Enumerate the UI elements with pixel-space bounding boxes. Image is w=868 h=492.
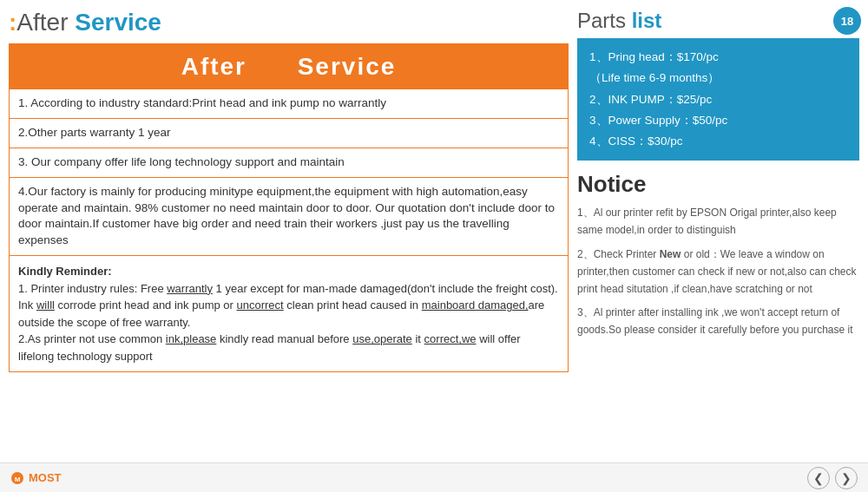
parts-list: 1、Pring head：$170/pc （Life time 6-9 mont… bbox=[577, 38, 859, 161]
main-title: :After Service bbox=[9, 9, 569, 36]
nav-arrows: ❮ ❯ bbox=[807, 467, 858, 489]
logo: M MOST bbox=[10, 471, 62, 485]
parts-item-0: 1、Pring head：$170/pc bbox=[589, 47, 847, 68]
reminder-section: Kindly Reminder: 1. Printer industry rul… bbox=[10, 256, 568, 371]
reminder-line1: 1. Printer industry rules: Free warrantl… bbox=[18, 282, 558, 329]
notice-para-0: 1、Al our printer refit by EPSON Origal p… bbox=[577, 205, 859, 239]
content-row-4: 4.Our factory is mainly for producing mi… bbox=[10, 178, 568, 257]
nav-next-button[interactable]: ❯ bbox=[835, 467, 858, 489]
notice-para-1: 2、Check Printer New or old：We leave a wi… bbox=[577, 246, 859, 298]
parts-item-1: （Life time 6-9 months） bbox=[589, 68, 847, 89]
content-row-3: 3. Our company offer life long technolog… bbox=[10, 148, 568, 178]
logo-icon: M bbox=[10, 471, 24, 485]
left-section: :After Service After Service 1. Accordin… bbox=[9, 9, 569, 372]
bottom-bar: M MOST ❮ ❯ bbox=[0, 462, 868, 492]
content-table: After Service 1. According to industry s… bbox=[9, 43, 569, 372]
orange-header: After Service bbox=[10, 44, 568, 89]
notice-para-2: 3、Al printer after installing ink ,we wo… bbox=[577, 305, 859, 339]
parts-item-3: 3、Power Supply：$50/pc bbox=[589, 110, 847, 131]
notice-title: Notice bbox=[577, 171, 859, 198]
content-row-1: 1. According to industry standard:Print … bbox=[10, 89, 568, 119]
svg-text:M: M bbox=[15, 476, 21, 483]
notice-body: 1、Al our printer refit by EPSON Origal p… bbox=[577, 205, 859, 339]
reminder-line2: 2.As printer not use common ink,please k… bbox=[18, 332, 521, 363]
right-section: Parts list 1、Pring head：$170/pc （Life ti… bbox=[577, 9, 859, 339]
content-row-2: 2.Other parts warranty 1 year bbox=[10, 119, 568, 148]
nav-prev-button[interactable]: ❮ bbox=[807, 467, 830, 489]
parts-title: Parts list bbox=[577, 9, 859, 33]
parts-item-2: 2、INK PUMP：$25/pc bbox=[589, 89, 847, 110]
parts-item-4: 4、CISS：$30/pc bbox=[589, 131, 847, 152]
